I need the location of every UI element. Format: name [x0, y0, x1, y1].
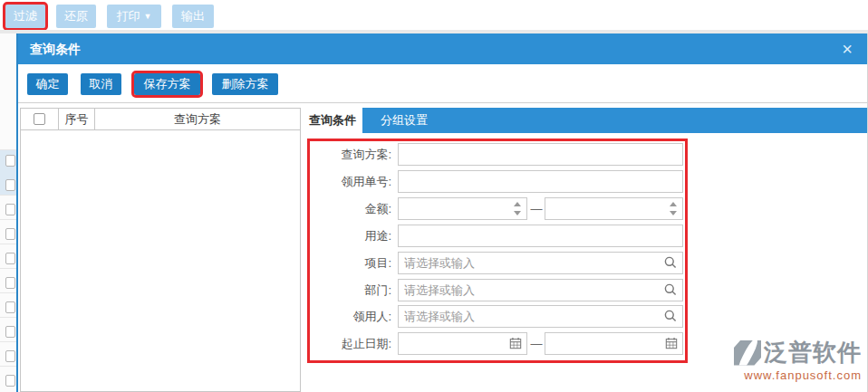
spinner-down-icon[interactable]	[670, 211, 677, 215]
requisition-no-label: 领用单号:	[310, 170, 391, 193]
tab-group-settings[interactable]: 分组设置	[362, 108, 446, 133]
content-divider	[18, 102, 867, 103]
amount-max-spinner[interactable]	[668, 200, 679, 217]
amount-min-spinner[interactable]	[512, 200, 523, 217]
range-separator: —	[530, 332, 543, 355]
background-row-checkbox	[5, 155, 15, 167]
project-input[interactable]	[398, 252, 683, 274]
dialog-header: 查询条件 ×	[18, 33, 867, 64]
amount-max-field	[545, 197, 683, 220]
department-field	[398, 279, 683, 301]
calendar-icon[interactable]	[665, 337, 678, 353]
purpose-label: 用途:	[310, 225, 391, 247]
column-header-plan: 查询方案	[95, 109, 300, 129]
search-icon[interactable]	[663, 282, 678, 301]
export-button[interactable]: 输出	[172, 5, 214, 28]
cancel-button[interactable]: 取消	[81, 73, 121, 95]
background-row-checkbox	[5, 350, 15, 362]
delete-plan-button[interactable]: 删除方案	[212, 73, 278, 95]
background-row-checkbox	[5, 326, 15, 338]
start-date-input[interactable]	[398, 332, 527, 355]
department-input[interactable]	[398, 279, 683, 301]
spinner-down-icon[interactable]	[514, 211, 521, 215]
amount-min-input[interactable]	[398, 197, 527, 220]
purpose-input[interactable]	[398, 225, 683, 247]
calendar-icon[interactable]	[509, 337, 522, 353]
range-separator: —	[530, 197, 543, 220]
background-row-checkbox	[5, 179, 15, 191]
recipient-field	[398, 305, 683, 328]
background-row-checkbox	[5, 375, 15, 387]
restore-button[interactable]: 还原	[56, 5, 96, 28]
spinner-up-icon[interactable]	[514, 202, 521, 206]
amount-max-input[interactable]	[545, 197, 683, 220]
query-plan-input[interactable]	[398, 143, 683, 166]
search-icon[interactable]	[663, 309, 678, 327]
end-date-input[interactable]	[545, 332, 683, 355]
watermark-brand: 泛普软件	[764, 337, 862, 368]
print-button-label: 打印	[117, 9, 140, 23]
background-page-fragment	[0, 33, 16, 392]
print-button[interactable]: 打印▼	[107, 5, 161, 28]
watermark-url: www.fanpusoft.com	[690, 368, 862, 382]
save-plan-button[interactable]: 保存方案	[134, 73, 200, 95]
tab-query-conditions[interactable]: 查询条件	[303, 108, 362, 133]
amount-min-field	[398, 197, 527, 220]
amount-label: 金额:	[310, 197, 391, 220]
fanpu-logo-icon	[734, 340, 761, 366]
query-plan-label: 查询方案:	[310, 143, 391, 166]
select-all-checkbox[interactable]	[34, 113, 45, 125]
query-conditions-dialog: 查询条件 × 确定 取消 保存方案 删除方案 序号 查询方案 查询条件 分组设置…	[16, 33, 868, 392]
start-date-field	[398, 332, 527, 355]
header-checkbox-cell	[21, 109, 59, 129]
column-header-seq: 序号	[59, 109, 95, 129]
saved-plans-table-header: 序号 查询方案	[21, 109, 300, 130]
saved-plans-table: 序号 查询方案	[20, 108, 301, 392]
background-row-checkbox	[5, 228, 15, 240]
filter-button[interactable]: 过滤	[5, 5, 45, 28]
requisition-no-input[interactable]	[398, 170, 683, 193]
background-row-checkbox	[5, 301, 15, 313]
close-icon[interactable]: ×	[842, 33, 853, 64]
recipient-label: 领用人:	[310, 305, 391, 328]
end-date-field	[545, 332, 683, 355]
date-range-label: 起止日期:	[310, 332, 391, 355]
confirm-button[interactable]: 确定	[27, 73, 68, 95]
top-toolbar: 过滤 还原 打印▼ 输出	[0, 0, 868, 30]
background-row-checkbox	[5, 204, 15, 215]
background-row-checkbox	[5, 253, 15, 264]
project-field	[398, 252, 683, 274]
recipient-input[interactable]	[398, 305, 683, 328]
tab-bar: 查询条件 分组设置	[303, 108, 867, 133]
background-row-checkbox	[5, 277, 15, 289]
watermark: 泛普软件 www.fanpusoft.com	[690, 337, 862, 382]
project-label: 项目:	[310, 252, 391, 274]
department-label: 部门:	[310, 279, 391, 301]
spinner-up-icon[interactable]	[670, 202, 677, 206]
dialog-title: 查询条件	[30, 33, 81, 64]
chevron-down-icon: ▼	[144, 12, 152, 21]
search-icon[interactable]	[663, 255, 678, 273]
